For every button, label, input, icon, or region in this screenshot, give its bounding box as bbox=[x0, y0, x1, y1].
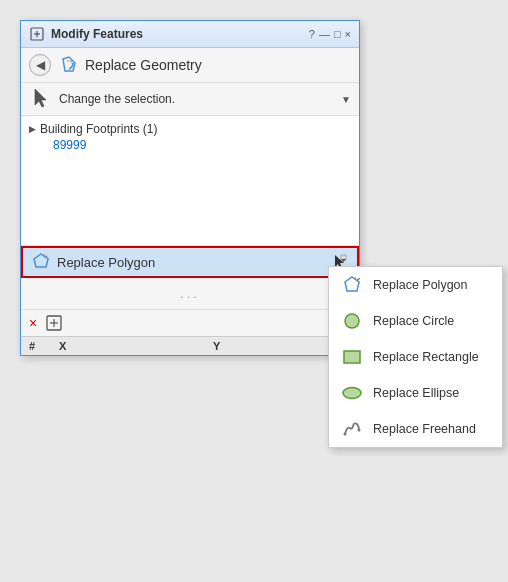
minimize-button[interactable]: — bbox=[319, 28, 330, 40]
replace-geometry-icon bbox=[59, 55, 79, 75]
dropdown-item-replace-circle[interactable]: Replace Circle bbox=[329, 303, 502, 339]
delete-icon[interactable]: × bbox=[29, 315, 37, 331]
title-bar: Modify Features ? — □ × bbox=[21, 21, 359, 48]
bottom-toolbar: × bbox=[21, 309, 359, 336]
selection-text: Change the selection. bbox=[59, 92, 335, 106]
maximize-button[interactable]: □ bbox=[334, 28, 341, 40]
tree-child[interactable]: 89999 bbox=[29, 138, 351, 152]
tree-group-label: Building Footprints (1) bbox=[40, 122, 157, 136]
svg-point-13 bbox=[343, 388, 361, 399]
modify-features-icon bbox=[29, 26, 45, 42]
svg-rect-12 bbox=[344, 351, 360, 363]
replace-ellipse-label: Replace Ellipse bbox=[373, 386, 459, 400]
add-vertex-icon[interactable] bbox=[45, 314, 63, 332]
col-header-num: # bbox=[21, 337, 51, 355]
title-bar-label: Modify Features bbox=[51, 27, 143, 41]
title-bar-controls[interactable]: ? — □ × bbox=[309, 28, 351, 40]
selection-cursor-icon bbox=[29, 87, 53, 111]
replace-circle-menu-icon bbox=[341, 310, 363, 332]
replace-circle-label: Replace Circle bbox=[373, 314, 454, 328]
replace-rectangle-menu-icon bbox=[341, 346, 363, 368]
replace-polygon-icon bbox=[31, 252, 51, 272]
svg-marker-3 bbox=[35, 89, 46, 107]
help-button[interactable]: ? bbox=[309, 28, 315, 40]
dropdown-item-replace-freehand[interactable]: Replace Freehand bbox=[329, 411, 502, 447]
coord-table-header: # X Y bbox=[21, 336, 359, 355]
title-bar-title-group: Modify Features bbox=[29, 26, 143, 42]
header-title: Replace Geometry bbox=[59, 55, 202, 75]
svg-point-14 bbox=[344, 433, 347, 436]
header-title-label: Replace Geometry bbox=[85, 57, 202, 73]
dropdown-menu: Replace Polygon Replace Circle Replace R… bbox=[328, 266, 503, 448]
replace-polygon-menu-icon bbox=[341, 274, 363, 296]
col-header-x: X bbox=[51, 337, 205, 355]
tree-expand-icon[interactable]: ▶ bbox=[29, 124, 36, 134]
replace-ellipse-menu-icon bbox=[341, 382, 363, 404]
svg-point-11 bbox=[345, 314, 359, 328]
main-panel: Modify Features ? — □ × ◀ Replace Geomet… bbox=[20, 20, 360, 356]
tree-area: ▶ Building Footprints (1) 89999 bbox=[21, 116, 359, 246]
dots-row: ... bbox=[21, 278, 359, 309]
back-button[interactable]: ◀ bbox=[29, 54, 51, 76]
replace-polygon-label: Replace Polygon bbox=[373, 278, 468, 292]
close-button[interactable]: × bbox=[345, 28, 351, 40]
replace-freehand-label: Replace Freehand bbox=[373, 422, 476, 436]
tree-group: ▶ Building Footprints (1) bbox=[29, 122, 351, 136]
dropdown-item-replace-rectangle[interactable]: Replace Rectangle bbox=[329, 339, 502, 375]
replace-freehand-menu-icon bbox=[341, 418, 363, 440]
toolbar-selected-label: Replace Polygon bbox=[57, 255, 323, 270]
selection-dropdown-arrow[interactable]: ▼ bbox=[341, 94, 351, 105]
header-row: ◀ Replace Geometry bbox=[21, 48, 359, 83]
dropdown-item-replace-ellipse[interactable]: Replace Ellipse bbox=[329, 375, 502, 411]
toolbar-selected-row[interactable]: Replace Polygon bbox=[21, 246, 359, 278]
dropdown-item-replace-polygon[interactable]: Replace Polygon bbox=[329, 267, 502, 303]
replace-rectangle-label: Replace Rectangle bbox=[373, 350, 479, 364]
selection-row[interactable]: Change the selection. ▼ bbox=[21, 83, 359, 116]
svg-point-15 bbox=[358, 429, 361, 432]
